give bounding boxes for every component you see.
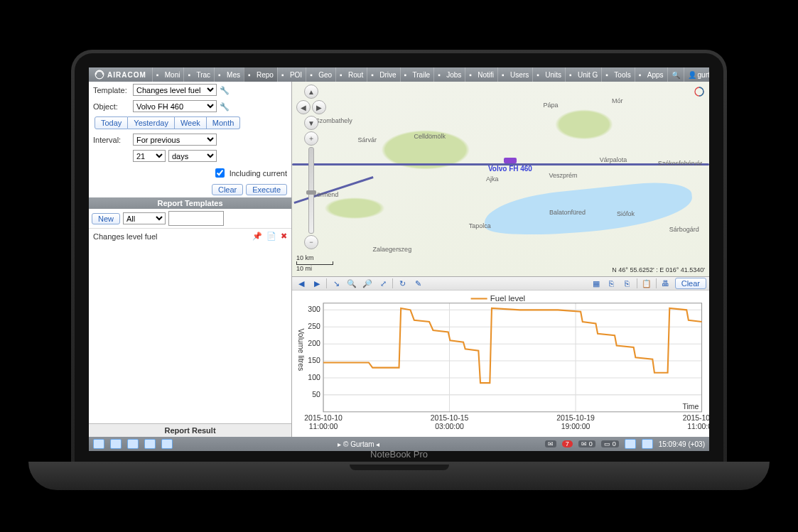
footer-view1-icon[interactable] xyxy=(93,439,104,449)
chart-zoomout-icon[interactable]: 🔎 xyxy=(361,277,374,290)
nav-label: Mes xyxy=(227,71,240,79)
interval-seg-yesterday[interactable]: Yesterday xyxy=(128,116,175,129)
left-panel: Template: Changes level fuel 🔧 Object: V… xyxy=(89,82,292,437)
footer-mail-icon[interactable]: ✉ xyxy=(545,440,556,447)
wrench-icon[interactable]: 🔧 xyxy=(220,102,228,111)
new-template-button[interactable]: New xyxy=(92,213,120,224)
delete-icon[interactable]: ✖ xyxy=(281,232,287,241)
nav-tab-mes[interactable]: ▪Mes xyxy=(214,67,244,82)
svg-text:03:00:00: 03:00:00 xyxy=(435,423,464,430)
zoom-out-button[interactable]: － xyxy=(304,235,318,249)
chart-print-icon[interactable]: 🖶 xyxy=(659,277,672,290)
clear-button[interactable]: Clear xyxy=(212,184,243,195)
interval-seg-today[interactable]: Today xyxy=(95,116,128,129)
nav-tab-units[interactable]: ▪Units xyxy=(532,67,565,82)
nav-icon: ▪ xyxy=(639,71,646,78)
footer-alert-badge[interactable]: 7 xyxy=(562,440,573,447)
template-select[interactable]: Changes level fuel xyxy=(133,84,217,96)
vehicle-marker[interactable]: Volvo FH 460 xyxy=(488,158,532,173)
including-current-label: Including current xyxy=(230,169,287,178)
map[interactable]: Volvo FH 460 Pápa Sárvár Celldömölk Szom… xyxy=(292,82,709,277)
object-select[interactable]: Volvo FH 460 xyxy=(133,100,217,112)
chart-table-icon[interactable]: ▦ xyxy=(590,277,603,290)
nav-user[interactable]: 👤gurtam ▾ xyxy=(684,67,709,82)
including-current-checkbox[interactable] xyxy=(215,168,225,178)
nav-tab-unit g[interactable]: ▪Unit G xyxy=(565,67,601,82)
pan-left-button[interactable]: ◀ xyxy=(296,100,311,114)
pin-icon[interactable]: 📌 xyxy=(252,232,262,241)
chart-axes-icon[interactable]: ↘ xyxy=(330,277,343,290)
nav-icon: ▪ xyxy=(310,71,317,78)
footer-tool1-icon[interactable] xyxy=(625,439,636,449)
svg-text:2015-10-15: 2015-10-15 xyxy=(431,414,469,422)
zoom-in-button[interactable]: ＋ xyxy=(304,131,318,146)
chart-export-xls-icon[interactable]: ⎘ xyxy=(621,277,634,290)
chart-prev-button[interactable]: ◀ xyxy=(295,277,308,290)
report-result-header: Report Result xyxy=(89,423,291,437)
footer-msg-count[interactable]: ✉ 0 xyxy=(578,440,595,447)
brand-icon xyxy=(95,70,104,80)
nav-tab-drive[interactable]: ▪Drive xyxy=(367,67,399,82)
pan-right-button[interactable]: ▶ xyxy=(312,100,326,114)
interval-seg-month[interactable]: Month xyxy=(207,116,241,129)
chart-export-pdf-icon[interactable]: ⎘ xyxy=(605,277,618,290)
brand-text: AIRACOM xyxy=(107,71,146,79)
footer-vehicle3-icon[interactable] xyxy=(161,439,173,449)
nav-tab-trac[interactable]: ▪Trac xyxy=(183,67,214,82)
pan-up-button[interactable]: ▲ xyxy=(304,85,318,99)
interval-mode-select[interactable]: For previous xyxy=(133,134,217,146)
nav-tab-apps[interactable]: ▪Apps xyxy=(635,67,667,82)
nav-tab-traile[interactable]: ▪Traile xyxy=(400,67,434,82)
svg-text:19:00:00: 19:00:00 xyxy=(561,423,591,430)
city-label: Sárvár xyxy=(357,136,377,143)
svg-text:11:00:00: 11:00:00 xyxy=(687,423,709,430)
nav-tab-rout[interactable]: ▪Rout xyxy=(335,67,367,82)
nav-tab-geo[interactable]: ▪Geo xyxy=(306,67,335,82)
copy-icon[interactable]: 📄 xyxy=(266,232,276,241)
nav-tab-poi[interactable]: ▪POI xyxy=(277,67,306,82)
wrench-icon[interactable]: 🔧 xyxy=(220,86,228,94)
nav-label: Traile xyxy=(413,71,431,79)
chart-copy-icon[interactable]: 📋 xyxy=(640,277,653,290)
chart-refresh-icon[interactable]: ↻ xyxy=(396,277,409,290)
nav-label: Jobs xyxy=(446,71,461,79)
nav-search[interactable]: 🔍 xyxy=(667,67,684,82)
nav-label: Unit G xyxy=(578,71,598,79)
city-label: Mór xyxy=(612,97,623,104)
chart-toolbar: ◀ ▶ ↘ 🔍 🔎 ⤢ ↻ ✎ ▦ ⎘ ⎘ xyxy=(292,277,709,291)
svg-text:11:00:00: 11:00:00 xyxy=(309,423,338,430)
footer-view2-icon[interactable] xyxy=(110,439,122,449)
report-templates-header: Report Templates xyxy=(89,197,291,209)
footer-sms-count[interactable]: ▭ 0 xyxy=(601,440,619,447)
pan-down-button[interactable]: ▼ xyxy=(304,116,318,130)
chart-next-button[interactable]: ▶ xyxy=(311,277,323,290)
nav-tab-moni[interactable]: ▪Moni xyxy=(152,67,184,82)
chart-clear-button[interactable]: Clear xyxy=(675,278,706,289)
nav-icon: ▪ xyxy=(156,71,163,78)
zoom-slider[interactable] xyxy=(308,147,314,234)
chart-edit-icon[interactable]: ✎ xyxy=(411,277,424,290)
map-controls: ▲ ◀ ▶ ▼ ＋ － xyxy=(296,85,326,249)
interval-num-select[interactable]: 21 xyxy=(133,150,166,162)
footer-vehicle1-icon[interactable] xyxy=(127,439,139,449)
nav-label: Trac xyxy=(196,71,210,79)
footer-tool2-icon[interactable] xyxy=(642,439,653,449)
nav-tab-jobs[interactable]: ▪Jobs xyxy=(433,67,465,82)
interval-unit-select[interactable]: days xyxy=(168,150,217,162)
nav-tab-users[interactable]: ▪Users xyxy=(497,67,532,82)
city-label: Pápa xyxy=(543,102,558,109)
template-search-input[interactable] xyxy=(168,211,224,226)
fuel-chart[interactable]: 501001502002503002015-10-1011:00:002015-… xyxy=(292,291,709,441)
template-filter-select[interactable]: All xyxy=(123,212,166,224)
execute-button[interactable]: Execute xyxy=(246,184,287,195)
template-list-item[interactable]: Changes level fuel 📌 📄 ✖ xyxy=(89,228,291,244)
chart-fit-icon[interactable]: ⤢ xyxy=(377,277,389,290)
nav-tab-repo[interactable]: ▪Repo xyxy=(244,67,277,82)
nav-icon: ▪ xyxy=(188,71,195,78)
footer-vehicle2-icon[interactable] xyxy=(144,439,156,449)
chart-zoomin-icon[interactable]: 🔍 xyxy=(345,277,358,290)
nav-tab-tools[interactable]: ▪Tools xyxy=(601,67,634,82)
city-label: Várpalota xyxy=(600,156,627,163)
nav-tab-notifi[interactable]: ▪Notifi xyxy=(465,67,497,82)
interval-seg-week[interactable]: Week xyxy=(175,116,207,129)
